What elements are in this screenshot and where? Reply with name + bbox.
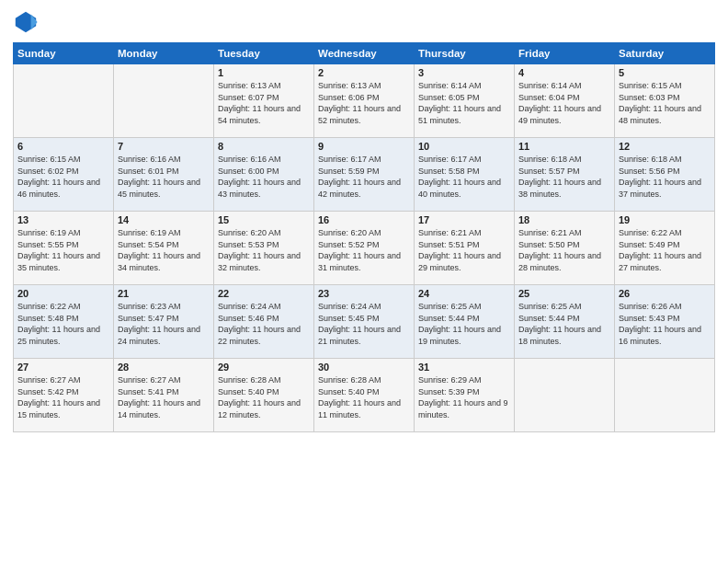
day-info: Sunrise: 6:13 AM Sunset: 6:07 PM Dayligh… bbox=[218, 80, 310, 126]
week-row-4: 20Sunrise: 6:22 AM Sunset: 5:48 PM Dayli… bbox=[14, 285, 715, 359]
day-cell: 18Sunrise: 6:21 AM Sunset: 5:50 PM Dayli… bbox=[515, 212, 615, 285]
day-cell: 1Sunrise: 6:13 AM Sunset: 6:07 PM Daylig… bbox=[214, 64, 314, 138]
day-number: 3 bbox=[418, 67, 510, 78]
day-info: Sunrise: 6:22 AM Sunset: 5:49 PM Dayligh… bbox=[619, 227, 711, 273]
day-number: 29 bbox=[218, 362, 310, 373]
day-cell: 8Sunrise: 6:16 AM Sunset: 6:00 PM Daylig… bbox=[214, 138, 314, 212]
logo-icon bbox=[13, 9, 39, 35]
day-number: 4 bbox=[518, 67, 610, 78]
day-number: 15 bbox=[218, 214, 310, 225]
day-number: 18 bbox=[518, 214, 610, 225]
day-number: 28 bbox=[118, 362, 210, 373]
week-row-3: 13Sunrise: 6:19 AM Sunset: 5:55 PM Dayli… bbox=[14, 212, 715, 285]
day-info: Sunrise: 6:24 AM Sunset: 5:46 PM Dayligh… bbox=[218, 301, 310, 347]
day-header-wednesday: Wednesday bbox=[314, 43, 415, 64]
day-number: 27 bbox=[17, 362, 109, 373]
header-row: SundayMondayTuesdayWednesdayThursdayFrid… bbox=[14, 43, 715, 64]
day-info: Sunrise: 6:25 AM Sunset: 5:44 PM Dayligh… bbox=[418, 301, 510, 347]
day-cell: 22Sunrise: 6:24 AM Sunset: 5:46 PM Dayli… bbox=[214, 285, 314, 359]
day-cell: 5Sunrise: 6:15 AM Sunset: 6:03 PM Daylig… bbox=[615, 64, 715, 138]
day-info: Sunrise: 6:21 AM Sunset: 5:51 PM Dayligh… bbox=[418, 227, 510, 273]
day-cell: 11Sunrise: 6:18 AM Sunset: 5:57 PM Dayli… bbox=[515, 138, 615, 212]
day-cell: 28Sunrise: 6:27 AM Sunset: 5:41 PM Dayli… bbox=[114, 359, 214, 432]
day-header-saturday: Saturday bbox=[615, 43, 715, 64]
day-number: 13 bbox=[17, 214, 109, 225]
day-info: Sunrise: 6:14 AM Sunset: 6:04 PM Dayligh… bbox=[518, 80, 610, 126]
day-number: 7 bbox=[118, 141, 210, 152]
day-info: Sunrise: 6:20 AM Sunset: 5:53 PM Dayligh… bbox=[218, 227, 310, 273]
day-cell: 29Sunrise: 6:28 AM Sunset: 5:40 PM Dayli… bbox=[214, 359, 314, 432]
day-number: 8 bbox=[218, 141, 310, 152]
day-header-friday: Friday bbox=[515, 43, 615, 64]
day-cell: 31Sunrise: 6:29 AM Sunset: 5:39 PM Dayli… bbox=[415, 359, 515, 432]
day-cell: 2Sunrise: 6:13 AM Sunset: 6:06 PM Daylig… bbox=[314, 64, 415, 138]
day-number: 23 bbox=[318, 288, 410, 299]
page-container: SundayMondayTuesdayWednesdayThursdayFrid… bbox=[0, 0, 728, 563]
day-number: 1 bbox=[218, 67, 310, 78]
day-cell: 14Sunrise: 6:19 AM Sunset: 5:54 PM Dayli… bbox=[114, 212, 214, 285]
day-cell: 9Sunrise: 6:17 AM Sunset: 5:59 PM Daylig… bbox=[314, 138, 415, 212]
day-info: Sunrise: 6:17 AM Sunset: 5:59 PM Dayligh… bbox=[318, 154, 410, 200]
day-cell: 13Sunrise: 6:19 AM Sunset: 5:55 PM Dayli… bbox=[14, 212, 114, 285]
day-info: Sunrise: 6:21 AM Sunset: 5:50 PM Dayligh… bbox=[518, 227, 610, 273]
day-header-thursday: Thursday bbox=[415, 43, 515, 64]
day-cell: 24Sunrise: 6:25 AM Sunset: 5:44 PM Dayli… bbox=[415, 285, 515, 359]
day-number: 11 bbox=[518, 141, 610, 152]
week-row-5: 27Sunrise: 6:27 AM Sunset: 5:42 PM Dayli… bbox=[14, 359, 715, 432]
day-number: 26 bbox=[619, 288, 711, 299]
day-number: 31 bbox=[418, 362, 510, 373]
day-cell: 30Sunrise: 6:28 AM Sunset: 5:40 PM Dayli… bbox=[314, 359, 415, 432]
day-cell: 12Sunrise: 6:18 AM Sunset: 5:56 PM Dayli… bbox=[615, 138, 715, 212]
week-row-2: 6Sunrise: 6:15 AM Sunset: 6:02 PM Daylig… bbox=[14, 138, 715, 212]
day-number: 22 bbox=[218, 288, 310, 299]
day-header-sunday: Sunday bbox=[14, 43, 114, 64]
day-info: Sunrise: 6:18 AM Sunset: 5:56 PM Dayligh… bbox=[619, 154, 711, 200]
day-info: Sunrise: 6:16 AM Sunset: 6:00 PM Dayligh… bbox=[218, 154, 310, 200]
day-info: Sunrise: 6:17 AM Sunset: 5:58 PM Dayligh… bbox=[418, 154, 510, 200]
day-cell bbox=[615, 359, 715, 432]
day-cell: 21Sunrise: 6:23 AM Sunset: 5:47 PM Dayli… bbox=[114, 285, 214, 359]
day-header-monday: Monday bbox=[114, 43, 214, 64]
day-info: Sunrise: 6:20 AM Sunset: 5:52 PM Dayligh… bbox=[318, 227, 410, 273]
day-number: 12 bbox=[619, 141, 711, 152]
header bbox=[13, 9, 715, 35]
day-info: Sunrise: 6:24 AM Sunset: 5:45 PM Dayligh… bbox=[318, 301, 410, 347]
week-row-1: 1Sunrise: 6:13 AM Sunset: 6:07 PM Daylig… bbox=[14, 64, 715, 138]
day-number: 24 bbox=[418, 288, 510, 299]
day-info: Sunrise: 6:23 AM Sunset: 5:47 PM Dayligh… bbox=[118, 301, 210, 347]
day-number: 17 bbox=[418, 214, 510, 225]
day-info: Sunrise: 6:16 AM Sunset: 6:01 PM Dayligh… bbox=[118, 154, 210, 200]
day-number: 14 bbox=[118, 214, 210, 225]
day-info: Sunrise: 6:29 AM Sunset: 5:39 PM Dayligh… bbox=[418, 374, 510, 420]
day-info: Sunrise: 6:27 AM Sunset: 5:41 PM Dayligh… bbox=[118, 374, 210, 420]
day-number: 5 bbox=[619, 67, 711, 78]
calendar-table: SundayMondayTuesdayWednesdayThursdayFrid… bbox=[13, 42, 715, 432]
day-header-tuesday: Tuesday bbox=[214, 43, 314, 64]
day-cell: 20Sunrise: 6:22 AM Sunset: 5:48 PM Dayli… bbox=[14, 285, 114, 359]
day-number: 16 bbox=[318, 214, 410, 225]
day-number: 19 bbox=[619, 214, 711, 225]
day-number: 30 bbox=[318, 362, 410, 373]
day-cell bbox=[14, 64, 114, 138]
day-info: Sunrise: 6:19 AM Sunset: 5:55 PM Dayligh… bbox=[17, 227, 109, 273]
day-cell: 10Sunrise: 6:17 AM Sunset: 5:58 PM Dayli… bbox=[415, 138, 515, 212]
day-cell: 17Sunrise: 6:21 AM Sunset: 5:51 PM Dayli… bbox=[415, 212, 515, 285]
day-cell: 7Sunrise: 6:16 AM Sunset: 6:01 PM Daylig… bbox=[114, 138, 214, 212]
day-cell: 19Sunrise: 6:22 AM Sunset: 5:49 PM Dayli… bbox=[615, 212, 715, 285]
logo bbox=[13, 9, 42, 35]
day-cell: 23Sunrise: 6:24 AM Sunset: 5:45 PM Dayli… bbox=[314, 285, 415, 359]
day-info: Sunrise: 6:28 AM Sunset: 5:40 PM Dayligh… bbox=[318, 374, 410, 420]
day-info: Sunrise: 6:27 AM Sunset: 5:42 PM Dayligh… bbox=[17, 374, 109, 420]
day-info: Sunrise: 6:25 AM Sunset: 5:44 PM Dayligh… bbox=[518, 301, 610, 347]
day-cell: 4Sunrise: 6:14 AM Sunset: 6:04 PM Daylig… bbox=[515, 64, 615, 138]
day-info: Sunrise: 6:13 AM Sunset: 6:06 PM Dayligh… bbox=[318, 80, 410, 126]
day-cell: 15Sunrise: 6:20 AM Sunset: 5:53 PM Dayli… bbox=[214, 212, 314, 285]
day-cell: 25Sunrise: 6:25 AM Sunset: 5:44 PM Dayli… bbox=[515, 285, 615, 359]
day-cell: 26Sunrise: 6:26 AM Sunset: 5:43 PM Dayli… bbox=[615, 285, 715, 359]
day-cell: 3Sunrise: 6:14 AM Sunset: 6:05 PM Daylig… bbox=[415, 64, 515, 138]
day-info: Sunrise: 6:28 AM Sunset: 5:40 PM Dayligh… bbox=[218, 374, 310, 420]
day-info: Sunrise: 6:26 AM Sunset: 5:43 PM Dayligh… bbox=[619, 301, 711, 347]
day-info: Sunrise: 6:14 AM Sunset: 6:05 PM Dayligh… bbox=[418, 80, 510, 126]
day-cell: 27Sunrise: 6:27 AM Sunset: 5:42 PM Dayli… bbox=[14, 359, 114, 432]
day-number: 20 bbox=[17, 288, 109, 299]
